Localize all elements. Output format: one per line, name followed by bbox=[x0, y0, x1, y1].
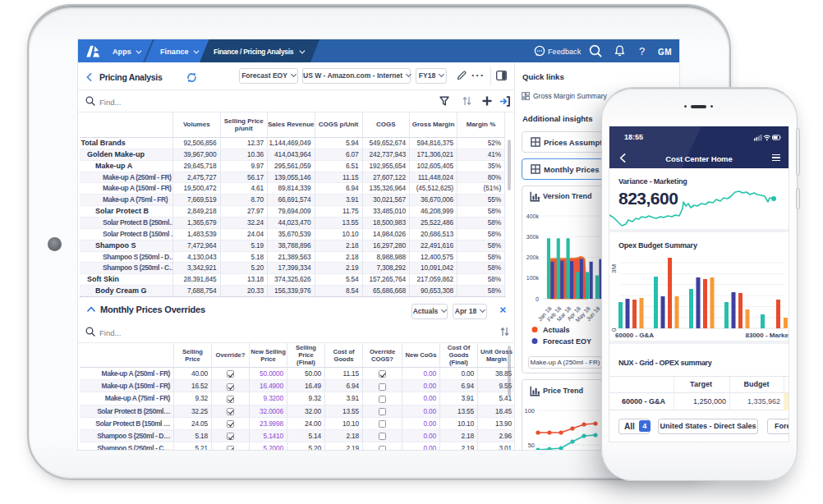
svg-text:3M: 3M bbox=[610, 264, 618, 273]
svg-text:100k: 100k bbox=[526, 275, 540, 281]
svg-text:300k: 300k bbox=[526, 234, 540, 240]
svg-text:Forecast EOY: Forecast EOY bbox=[543, 337, 591, 346]
svg-text:200k: 200k bbox=[526, 254, 540, 260]
svg-text:50: 50 bbox=[528, 442, 535, 449]
svg-text:400k: 400k bbox=[526, 213, 540, 219]
svg-text:Actuals: Actuals bbox=[543, 326, 570, 334]
svg-text:83000 - Marke: 83000 - Marke bbox=[746, 332, 789, 339]
svg-text:0: 0 bbox=[536, 296, 539, 302]
svg-text:100: 100 bbox=[524, 407, 535, 415]
svg-text:60000 - G&A: 60000 - G&A bbox=[615, 332, 654, 339]
